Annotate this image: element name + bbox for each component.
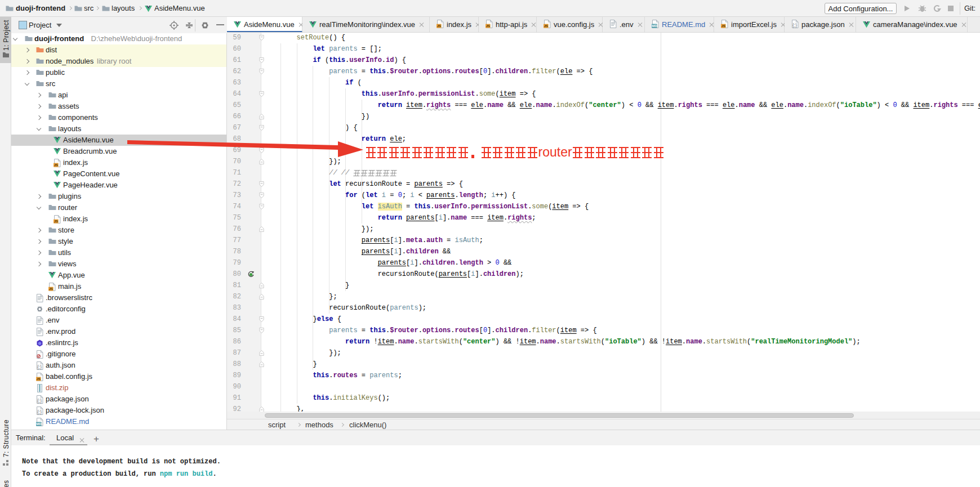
svg-text:{;}: {;} xyxy=(37,409,42,415)
svg-text:JS: JS xyxy=(54,163,58,167)
svg-text:{;}: {;} xyxy=(37,364,42,370)
svg-text:MD: MD xyxy=(36,422,42,426)
svg-text:JS: JS xyxy=(437,24,441,28)
svg-text:JS: JS xyxy=(49,287,53,291)
svg-text:JS: JS xyxy=(486,24,490,28)
svg-text:JS: JS xyxy=(721,24,725,28)
svg-text:JS: JS xyxy=(544,24,548,28)
svg-text:JS: JS xyxy=(54,220,58,223)
svg-text:JS: JS xyxy=(37,377,41,381)
svg-text:MD: MD xyxy=(652,24,657,28)
svg-text:{;}: {;} xyxy=(792,23,797,28)
svg-text:{;}: {;} xyxy=(37,398,42,404)
